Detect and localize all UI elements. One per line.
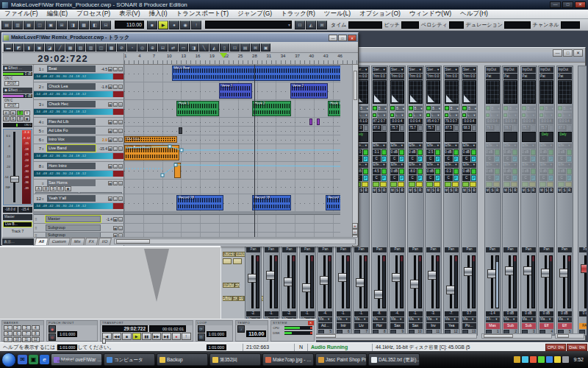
track-toolbar-button[interactable]: ▥ bbox=[86, 43, 96, 52]
track-row[interactable]: ≡ Sax Horns ▦‒□ -54 -48 -42 -36 -30 -24 … bbox=[34, 180, 123, 194]
input-select[interactable]: InpOut bbox=[558, 67, 572, 73]
field-input[interactable] bbox=[401, 21, 419, 29]
transport-button[interactable]: ● bbox=[169, 21, 179, 29]
send-post-button[interactable]: P bbox=[399, 156, 404, 162]
send-post-button[interactable]: P bbox=[453, 156, 459, 162]
send-enable-button[interactable] bbox=[567, 149, 572, 155]
app-titlebar[interactable]: MakeLoveF!War Remix_Producer.cwp - SONAR… bbox=[0, 0, 588, 10]
eq-freq-gain-values[interactable]: 0.0 0.4 bbox=[503, 118, 517, 124]
channel-name[interactable]: FA-1 bbox=[579, 323, 587, 329]
send-post-button[interactable]: P bbox=[471, 175, 476, 181]
output-select[interactable]: Ma… ▾ bbox=[503, 317, 517, 322]
send-dest-select[interactable]: Effe… ▾ bbox=[462, 163, 476, 168]
trim-field[interactable]: Trim 0.0 bbox=[373, 74, 387, 79]
track-minimize-icon[interactable]: ‒ bbox=[113, 164, 118, 169]
inspector-button[interactable]: R bbox=[17, 110, 24, 116]
pan-control[interactable]: Pan bbox=[486, 247, 500, 252]
track-toolbar-button[interactable]: ▩ bbox=[107, 43, 116, 52]
send-enable-button[interactable] bbox=[531, 169, 536, 174]
bus-name[interactable]: Subgroup bbox=[46, 224, 101, 231]
transport-button[interactable]: ▶▮ bbox=[162, 333, 171, 340]
taskbar-button[interactable]: Make7cap.jpg - … bbox=[262, 353, 314, 366]
track-widget-icon[interactable]: ▦ bbox=[108, 85, 112, 89]
audio-clip[interactable]: Hook 3 bbox=[328, 101, 340, 116]
send-dest-select[interactable]: Effe… ▾ bbox=[426, 144, 440, 149]
solo-button[interactable]: S bbox=[431, 188, 436, 193]
write-automation-button[interactable] bbox=[511, 182, 517, 187]
send-dest-select[interactable]: Effe… ▾ bbox=[503, 144, 517, 149]
channel-strip[interactable]: Ster… ▾ Trim 0.0 B… ▾ L… ▾ 85.4 0.7 75.7… bbox=[425, 66, 442, 336]
track-toolbar-button[interactable]: ▧ bbox=[76, 43, 85, 52]
record-arm-button[interactable]: R bbox=[531, 188, 536, 193]
eq-knob[interactable] bbox=[454, 125, 459, 131]
track-gain-value[interactable]: -15.4 bbox=[96, 146, 107, 151]
send-enable-button[interactable] bbox=[512, 169, 517, 174]
audio-clip[interactable]: Record 18 bbox=[326, 195, 340, 210]
record-arm-button[interactable]: R bbox=[549, 188, 553, 193]
toolbar-button[interactable]: ▣ bbox=[46, 21, 56, 29]
send-post-button[interactable]: P bbox=[417, 175, 423, 181]
send-pan[interactable]: C bbox=[445, 175, 453, 181]
send-dest-select[interactable]: Effe… ▾ bbox=[409, 163, 423, 168]
pan-control[interactable]: Pan bbox=[301, 247, 315, 252]
eq-q-value[interactable]: 79.3 bbox=[486, 125, 495, 131]
track-gain-value[interactable]: 2.9 bbox=[96, 138, 107, 142]
solo-button[interactable]: S bbox=[545, 188, 549, 193]
tray-icon[interactable] bbox=[522, 356, 528, 363]
read-automation-button[interactable] bbox=[486, 182, 492, 187]
eq-q-value[interactable]: 87.0 bbox=[373, 125, 381, 131]
record-arm-button[interactable]: R bbox=[567, 188, 572, 193]
track-minimize-icon[interactable]: ‒ bbox=[113, 146, 118, 151]
eq-band-led[interactable] bbox=[426, 113, 430, 117]
track-restore-icon[interactable]: □ bbox=[118, 120, 123, 124]
console-close-button[interactable]: ✕ bbox=[573, 49, 583, 57]
read-automation-button[interactable] bbox=[539, 182, 546, 187]
send-pan[interactable]: C bbox=[462, 175, 470, 181]
marker-button[interactable]: 4 bbox=[32, 325, 40, 330]
track-name[interactable]: Beat bbox=[47, 66, 96, 72]
track-toolbar-button[interactable]: ▬ bbox=[4, 43, 13, 52]
clip-lane[interactable] bbox=[124, 127, 340, 135]
eq-band-led[interactable] bbox=[445, 113, 448, 117]
menu-item[interactable]: トラック(R) bbox=[276, 10, 320, 18]
send-dest-select[interactable]: Effe… ▾ bbox=[390, 144, 404, 149]
loop-icon[interactable]: ⟳ bbox=[198, 325, 205, 333]
track-toolbar-button[interactable]: ⇄ bbox=[168, 43, 178, 52]
eq-band-select[interactable]: B… ▾ bbox=[431, 106, 440, 111]
punch-out-time[interactable]: 1:01:000 bbox=[57, 344, 77, 350]
clip-lane[interactable] bbox=[124, 162, 340, 180]
track-restore-icon[interactable]: □ bbox=[118, 67, 123, 71]
tray-icon[interactable] bbox=[530, 356, 537, 363]
track-widget-icon[interactable]: ▦ bbox=[108, 146, 112, 151]
send-dest-select[interactable]: Effe… ▾ bbox=[373, 144, 387, 149]
output-select[interactable]: Ma… ▾ bbox=[462, 317, 476, 322]
loop-end-time[interactable]: 1:01:000 bbox=[207, 344, 226, 350]
trim-field[interactable]: Pat bbox=[522, 74, 536, 79]
eq-plot[interactable] bbox=[539, 80, 553, 104]
send-enable-button[interactable] bbox=[495, 169, 500, 174]
send-pan[interactable]: C bbox=[558, 156, 566, 162]
solo-button[interactable]: S bbox=[377, 188, 381, 193]
quicklaunch-desktop-icon[interactable]: ▣ bbox=[29, 355, 38, 364]
send-level[interactable]: 0 dB bbox=[390, 169, 398, 174]
pan-control[interactable]: Pan bbox=[246, 247, 260, 252]
clips-pane[interactable]: MkLV Beat Verse 1Verse 2 Hook 1Hook 2Hoo… bbox=[124, 65, 358, 247]
send-dest-select[interactable]: Effe… ▾ bbox=[445, 144, 459, 149]
audio-clip[interactable]: Hook 2 bbox=[252, 101, 291, 116]
eq-freq-gain-values[interactable]: 0.0 0.4 bbox=[522, 118, 536, 124]
clip-lane[interactable] bbox=[124, 118, 340, 127]
record-arm-button[interactable]: R bbox=[382, 188, 387, 193]
send-post-button[interactable]: P bbox=[363, 156, 368, 162]
eq-band2-select[interactable]: L… ▾ bbox=[377, 113, 387, 118]
toolbar-button[interactable]: ▥ bbox=[12, 21, 23, 29]
track-minimize-icon[interactable]: ‒ bbox=[113, 85, 118, 89]
strip-display-button[interactable]: INPUT bbox=[223, 283, 234, 288]
send-level[interactable]: -3.1 bbox=[373, 149, 381, 155]
inspector-button[interactable]: W bbox=[24, 110, 31, 116]
close-button[interactable]: ✕ bbox=[575, 1, 586, 8]
write-automation-button[interactable] bbox=[547, 182, 553, 187]
track-toolbar-button[interactable]: ◪ bbox=[45, 43, 54, 52]
tray-icon[interactable] bbox=[554, 356, 561, 363]
track-minimize-icon[interactable]: ‒ bbox=[113, 138, 118, 142]
pan-control[interactable]: Pan bbox=[558, 247, 572, 252]
